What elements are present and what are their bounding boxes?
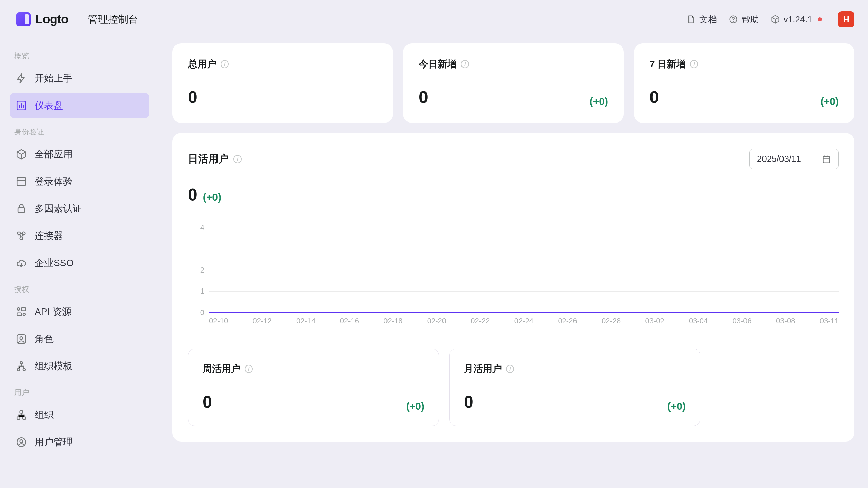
cube-icon: [771, 15, 780, 24]
api-icon: [16, 306, 27, 318]
logo-icon: [16, 12, 31, 26]
sidebar-item-label: 开始上手: [35, 72, 73, 85]
sidebar-item-user-circle[interactable]: 用户管理: [10, 430, 149, 455]
panel-title: 日活用户: [188, 152, 229, 166]
bolt-icon: [16, 73, 27, 84]
x-tick: 03-04: [689, 317, 708, 325]
x-tick: 02-26: [558, 317, 577, 325]
info-icon[interactable]: i: [245, 365, 253, 373]
stat-title: 7 日新增: [649, 58, 686, 71]
dau-value: 0: [188, 185, 197, 205]
x-tick: 02-28: [602, 317, 621, 325]
logo[interactable]: Logto: [16, 12, 68, 26]
stat-week-new: 7 日新增 i 0 (+0): [634, 43, 854, 123]
docs-link[interactable]: 文档: [686, 14, 717, 25]
sidebar-item-api[interactable]: API 资源: [10, 299, 149, 324]
sidebar-item-label: 多因素认证: [35, 202, 82, 215]
stat-value: 0: [203, 392, 212, 412]
update-dot-icon: [818, 17, 822, 21]
sidebar-item-window[interactable]: 登录体验: [10, 169, 149, 194]
dau-chart: 4 2 1 0 02-1002-1202-1402-1602-1802-2002…: [188, 228, 839, 328]
sidebar: 概览开始上手仪表盘身份验证全部应用登录体验多因素认证连接器企业SSO授权API …: [0, 39, 159, 488]
stat-mau: 月活用户 i 0 (+0): [449, 349, 700, 426]
stat-delta: (+0): [406, 400, 424, 412]
x-tick: 02-18: [383, 317, 402, 325]
sidebar-item-cloud[interactable]: 企业SSO: [10, 250, 149, 276]
x-tick: 03-02: [645, 317, 664, 325]
x-tick: 03-11: [820, 317, 839, 325]
sidebar-section-label: 概览: [10, 44, 149, 66]
sidebar-item-label: 用户管理: [35, 436, 73, 449]
avatar[interactable]: H: [838, 11, 854, 27]
sidebar-section-label: 授权: [10, 278, 149, 299]
dau-delta: (+0): [203, 191, 221, 203]
date-picker[interactable]: 2025/03/11: [749, 149, 839, 169]
user-circle-icon: [16, 436, 27, 448]
sidebar-item-label: 企业SSO: [35, 257, 74, 269]
chart-line: [209, 312, 839, 313]
sidebar-item-label: API 资源: [35, 305, 72, 318]
cloud-icon: [16, 257, 27, 269]
sidebar-section-label: 用户: [10, 381, 149, 402]
sidebar-item-label: 登录体验: [35, 175, 73, 188]
sidebar-item-label: 角色: [35, 333, 54, 345]
stat-title: 周活用户: [203, 362, 241, 375]
x-tick: 02-22: [471, 317, 490, 325]
stat-title: 月活用户: [464, 362, 502, 375]
sidebar-item-label: 组织: [35, 409, 54, 421]
help-icon: [729, 15, 738, 24]
x-tick: 02-24: [514, 317, 533, 325]
user-box-icon: [16, 333, 27, 345]
x-tick: 02-16: [340, 317, 359, 325]
stat-wau: 周活用户 i 0 (+0): [188, 349, 439, 426]
header: Logto 管理控制台 文档 帮助 v1.24.1 H: [0, 0, 868, 39]
sidebar-item-label: 连接器: [35, 229, 63, 242]
info-icon[interactable]: i: [461, 60, 469, 68]
stat-title: 今日新增: [419, 58, 457, 71]
document-icon: [686, 15, 696, 24]
lock-icon: [16, 203, 27, 214]
main-content: 总用户 i 0 今日新增 i 0 (+0) 7 日新增: [159, 39, 868, 488]
stat-title: 总用户: [188, 58, 216, 71]
x-tick: 02-12: [253, 317, 272, 325]
sidebar-section-label: 身份验证: [10, 120, 149, 142]
stat-delta: (+0): [667, 400, 686, 412]
sidebar-item-lock[interactable]: 多因素认证: [10, 196, 149, 221]
sidebar-item-user-box[interactable]: 角色: [10, 326, 149, 352]
info-icon[interactable]: i: [221, 60, 229, 68]
stat-value: 0: [649, 88, 659, 107]
sidebar-item-org-tree[interactable]: 组织模板: [10, 354, 149, 379]
help-link[interactable]: 帮助: [729, 14, 759, 25]
x-tick: 03-08: [776, 317, 795, 325]
stat-value: 0: [188, 88, 197, 107]
stat-value: 0: [419, 88, 428, 107]
stat-total-users: 总用户 i 0: [172, 43, 393, 123]
bar-chart-icon: [16, 100, 27, 111]
sidebar-item-link[interactable]: 连接器: [10, 223, 149, 248]
version-indicator[interactable]: v1.24.1: [771, 14, 822, 25]
dau-panel: 日活用户 i 2025/03/11 0 (+0) 4 2 1 0: [172, 133, 854, 442]
info-icon[interactable]: i: [506, 365, 514, 373]
header-title: 管理控制台: [88, 13, 138, 26]
info-icon[interactable]: i: [690, 60, 698, 68]
sidebar-item-label: 仪表盘: [35, 99, 63, 112]
calendar-icon: [822, 154, 831, 164]
x-tick: 03-06: [733, 317, 752, 325]
x-tick: 02-20: [427, 317, 446, 325]
stat-delta: (+0): [820, 96, 839, 107]
sidebar-item-bar-chart[interactable]: 仪表盘: [10, 93, 149, 118]
logo-text: Logto: [35, 12, 68, 26]
cube-icon: [16, 149, 27, 160]
sidebar-item-sitemap[interactable]: 组织: [10, 402, 149, 428]
sidebar-item-label: 组织模板: [35, 360, 73, 373]
link-icon: [16, 230, 27, 242]
x-tick: 02-10: [209, 317, 228, 325]
sitemap-icon: [16, 409, 27, 421]
sidebar-item-label: 全部应用: [35, 148, 73, 161]
sidebar-item-bolt[interactable]: 开始上手: [10, 66, 149, 91]
stat-today-new: 今日新增 i 0 (+0): [403, 43, 624, 123]
org-tree-icon: [16, 360, 27, 372]
info-icon[interactable]: i: [233, 155, 242, 163]
window-icon: [16, 176, 27, 187]
sidebar-item-cube[interactable]: 全部应用: [10, 142, 149, 167]
